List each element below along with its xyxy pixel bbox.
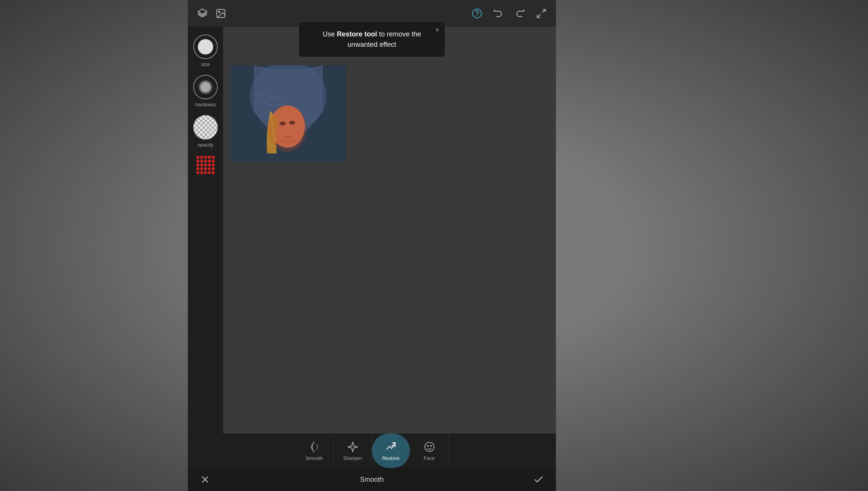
hardness-control[interactable]: hardness <box>193 75 218 107</box>
portrait-image <box>231 65 346 161</box>
photo-canvas <box>231 65 346 161</box>
size-inner <box>198 39 213 54</box>
svg-point-14 <box>425 442 434 451</box>
size-label: size <box>201 61 210 67</box>
svg-line-5 <box>542 10 545 13</box>
opacity-label: opacity <box>197 142 213 148</box>
sharpen-tool-button[interactable]: Sharpen <box>334 433 372 468</box>
image-icon[interactable] <box>214 7 228 20</box>
brush-dots-icon[interactable] <box>196 155 215 175</box>
size-circle[interactable] <box>193 35 218 59</box>
tooltip-text: Use Restore tool to remove the unwanted … <box>322 30 421 48</box>
tool-buttons: Smooth Sharpen Restore <box>295 433 449 468</box>
svg-point-12 <box>268 105 307 152</box>
app-container: × Use Restore tool to remove the unwante… <box>188 0 556 491</box>
main-area: size hardness opacity <box>188 27 556 433</box>
toolbar-right <box>470 7 548 20</box>
svg-marker-13 <box>347 442 358 452</box>
svg-point-16 <box>430 445 431 447</box>
restore-tool-label: Restore <box>382 455 400 461</box>
portrait-svg <box>231 65 346 161</box>
tooltip-popup: × Use Restore tool to remove the unwante… <box>299 22 445 57</box>
opacity-inner <box>193 115 218 140</box>
undo-icon[interactable] <box>492 7 505 20</box>
smooth-tool-button[interactable]: Smooth <box>295 433 334 468</box>
opacity-control[interactable]: opacity <box>193 115 218 148</box>
hardness-circle[interactable] <box>193 75 218 99</box>
tooltip-close-button[interactable]: × <box>435 26 439 34</box>
hardness-inner <box>198 80 213 94</box>
svg-line-6 <box>538 14 541 17</box>
face-tool-label: Face <box>424 455 435 461</box>
cancel-button[interactable] <box>199 474 211 485</box>
canvas-area[interactable] <box>223 27 556 433</box>
bottom-tools: Smooth Sharpen Restore <box>188 433 556 468</box>
action-bar: Smooth <box>188 468 556 491</box>
fullscreen-icon[interactable] <box>534 7 548 20</box>
confirm-button[interactable] <box>533 474 544 485</box>
restore-tool-button[interactable]: Restore <box>372 433 410 468</box>
svg-point-15 <box>427 445 428 447</box>
brush-panel: size hardness opacity <box>188 27 223 433</box>
smooth-tool-label: Smooth <box>306 455 323 461</box>
sharpen-tool-label: Sharpen <box>343 455 362 461</box>
help-icon[interactable] <box>470 7 484 20</box>
hardness-label: hardness <box>195 102 215 107</box>
brush-dots-grid <box>196 156 215 174</box>
tooltip-tool-name: Restore tool <box>337 30 377 38</box>
toolbar-left <box>196 7 228 20</box>
svg-point-3 <box>472 9 481 18</box>
opacity-circle[interactable] <box>193 115 218 140</box>
svg-point-2 <box>219 11 220 13</box>
layers-icon[interactable] <box>196 7 209 20</box>
action-title: Smooth <box>360 476 384 484</box>
size-control[interactable]: size <box>193 35 218 67</box>
redo-icon[interactable] <box>513 7 527 20</box>
face-tool-button[interactable]: Face <box>410 433 449 468</box>
